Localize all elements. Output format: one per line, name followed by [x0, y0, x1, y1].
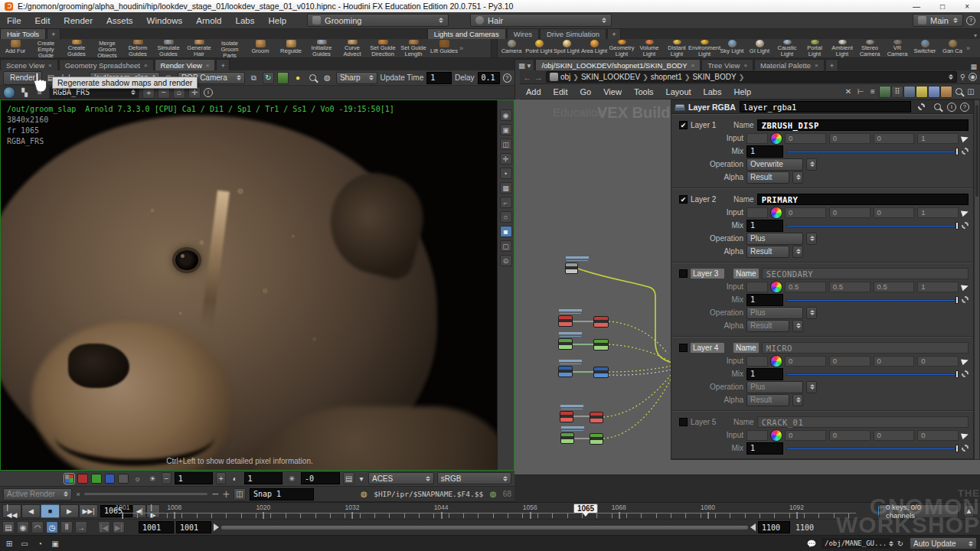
help-icon[interactable]: ?	[966, 16, 975, 25]
shelf-tool[interactable]: Generate Hair	[184, 39, 214, 57]
mix-slider[interactable]	[786, 222, 959, 230]
input-blank[interactable]	[746, 356, 768, 367]
audio-icon[interactable]: ◉	[17, 521, 29, 533]
network-menu-item[interactable]: View	[597, 87, 628, 96]
menu-item[interactable]: Assets	[100, 16, 140, 25]
operation-select[interactable]: Plus	[746, 381, 803, 393]
mix-menu-icon[interactable]	[962, 222, 969, 229]
close-tab-icon[interactable]: ×	[144, 62, 148, 69]
list-icon[interactable]: ≡	[867, 86, 879, 98]
bright-down-icon[interactable]: ☼	[132, 472, 144, 484]
close-tab-icon[interactable]: ×	[206, 62, 210, 69]
input-b-field[interactable]: 0	[874, 133, 915, 144]
node-name-field[interactable]: layer_rgba1	[740, 101, 911, 112]
menu-item[interactable]: Windows	[140, 16, 190, 25]
pin-icon[interactable]: ⚲	[960, 73, 965, 81]
shelf-menu-arrow-icon[interactable]: ▾	[974, 32, 980, 39]
input-g-field[interactable]: 0	[829, 207, 871, 218]
minimize-button[interactable]: —	[913, 2, 920, 11]
input-a-field[interactable]: 1	[917, 133, 959, 144]
network-menu-item[interactable]: Tools	[628, 87, 660, 96]
blue-channel-button[interactable]	[105, 474, 116, 484]
vop-node[interactable]	[558, 338, 573, 350]
red-channel-button[interactable]	[77, 474, 88, 484]
search-icon[interactable]	[931, 101, 943, 113]
add-shelf-tab-button[interactable]: +	[47, 28, 60, 39]
pane-tab[interactable]: /obj/SKIN_LOOKDEV/shopnet1/SKIN_BODY×	[535, 59, 701, 70]
add-pane-tab-button[interactable]: +	[216, 59, 230, 70]
alpha-spinner[interactable]	[792, 320, 803, 332]
shelf-tool[interactable]: Gan Ca	[939, 39, 966, 57]
quality-select[interactable]: Sharp	[336, 72, 377, 84]
update-time-field[interactable]: 1	[426, 72, 452, 84]
input-r-field[interactable]: 0.5	[785, 282, 826, 292]
input-r-field[interactable]: 0	[785, 207, 826, 218]
viewport-tool-icon[interactable]: ◙	[500, 226, 512, 237]
status-memory-icon[interactable]: ⊞	[3, 537, 15, 549]
color-wheel-icon[interactable]	[771, 356, 782, 367]
shelf-tab[interactable]: Hair Tools	[0, 28, 46, 39]
status-clock-icon[interactable]: ◔	[34, 537, 46, 549]
shelf-tab[interactable]: Wires	[507, 28, 539, 39]
alpha-select[interactable]: Result	[746, 171, 789, 184]
color-wheel-icon[interactable]	[771, 133, 782, 144]
vop-node[interactable]	[558, 366, 573, 377]
status-cache-icon[interactable]: ▣	[49, 537, 61, 549]
snapshot-net-icon[interactable]: ◫	[965, 86, 977, 98]
viewport-tool-icon[interactable]: ⊙	[500, 255, 512, 266]
input-a-field[interactable]: 1	[917, 207, 959, 218]
ramp-icon[interactable]	[961, 134, 969, 142]
operation-select[interactable]: Plus	[746, 307, 803, 319]
layer-enable-checkbox[interactable]: ✔	[679, 121, 688, 129]
layer-name-field[interactable]: MICRO	[762, 342, 969, 354]
color-wheel-icon[interactable]	[771, 207, 782, 218]
operation-spinner[interactable]	[806, 381, 817, 393]
hair-select[interactable]: Hair	[470, 14, 612, 27]
pane-maximize-icon[interactable]: ▦	[970, 63, 980, 70]
info-icon[interactable]: i	[947, 103, 956, 112]
vop-node[interactable]	[593, 316, 609, 328]
mix-menu-icon[interactable]	[962, 445, 969, 452]
render-viewport[interactable]: /out/groom_slap Arnold 7.3.3.0 [CPU] Ca1…	[0, 99, 514, 471]
realtime-toggle-icon[interactable]: ◷	[46, 521, 58, 533]
vop-node[interactable]	[560, 411, 573, 422]
ramp-icon[interactable]	[961, 431, 969, 439]
offset-field[interactable]: -0	[301, 472, 340, 484]
shelf-tab[interactable]: Lights and Cameras	[427, 28, 506, 39]
layer-name-field[interactable]: SECONDARY	[762, 268, 969, 279]
preview-icon[interactable]	[277, 72, 289, 84]
prev-key-icon[interactable]: |◀	[98, 521, 110, 533]
snapshot-blend-slider[interactable]	[84, 493, 208, 495]
layer-enable-checkbox[interactable]	[679, 269, 688, 278]
play-button[interactable]: ▶	[60, 504, 79, 518]
snapshot-path[interactable]: $HIP/ipr/$SNAPNAME.$F4.$$	[374, 490, 483, 498]
vop-node[interactable]	[593, 339, 609, 350]
network-menu-item[interactable]: Edit	[547, 87, 574, 96]
vop-node[interactable]	[558, 315, 573, 327]
shelf-tool[interactable]: Groom	[245, 39, 276, 57]
split-view-icon[interactable]: ▚	[18, 86, 31, 99]
close-tab-icon[interactable]: ×	[743, 62, 747, 69]
status-mouse-icon[interactable]: ▭	[18, 537, 31, 549]
rgba-channels-button[interactable]	[64, 474, 75, 484]
shelf-tool[interactable]: Sky Light	[718, 39, 746, 57]
gain-minus-button[interactable]: −	[162, 472, 172, 484]
dopnet-icon[interactable]: ◠	[31, 521, 44, 533]
shelf-overflow-icon[interactable]: »	[966, 44, 970, 52]
operation-select[interactable]: Overwrite	[746, 158, 803, 171]
input-blank[interactable]	[746, 207, 768, 218]
operation-spinner[interactable]	[806, 307, 817, 319]
next-key-icon[interactable]: ▶|	[113, 521, 125, 533]
menu-item[interactable]: Labs	[229, 16, 262, 25]
shelf-tool[interactable]: Initialize Guides	[306, 39, 337, 57]
clear-snapshot-icon[interactable]: ×	[76, 491, 80, 498]
viewer-mode-icon[interactable]	[3, 86, 15, 99]
mix-field[interactable]: 1	[746, 220, 783, 232]
breadcrumb-segment[interactable]: SKIN_LOOKDEV	[581, 73, 640, 81]
dots-grid-icon[interactable]: ⠿	[891, 86, 903, 98]
input-blank[interactable]	[746, 282, 768, 292]
add-pane-tab-button[interactable]: +	[825, 59, 839, 70]
alpha-select[interactable]: Result	[746, 320, 789, 332]
pane-menu-icon[interactable]: ▦ ▾	[514, 59, 534, 70]
shelf-tool[interactable]: Distant Light	[663, 39, 691, 57]
